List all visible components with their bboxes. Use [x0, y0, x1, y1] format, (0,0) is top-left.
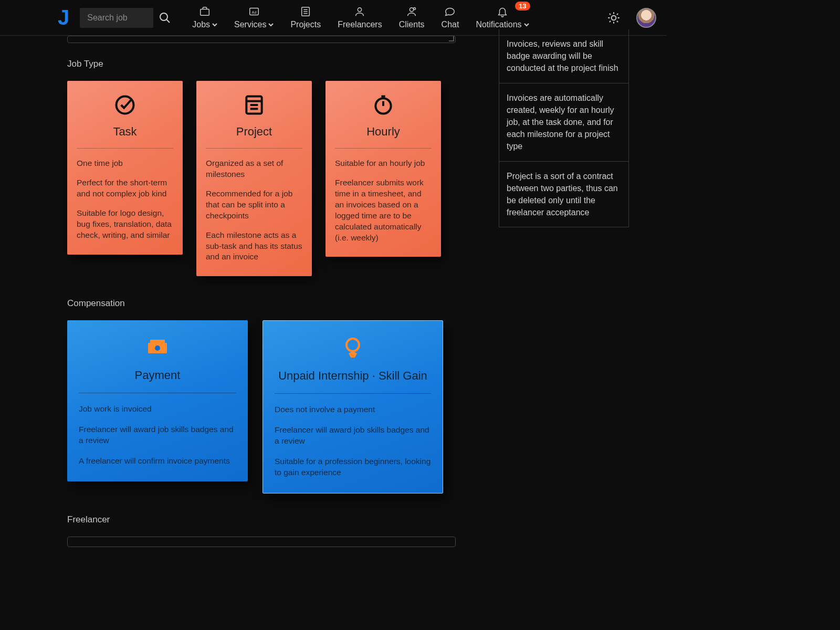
svg-point-33: [346, 339, 359, 351]
logo[interactable]: J: [58, 6, 69, 29]
card-title: Hourly: [335, 125, 432, 149]
description-textarea[interactable]: [67, 36, 456, 43]
svg-rect-2: [201, 9, 209, 15]
nav-label: Projects: [290, 20, 321, 29]
compensation-unpaid[interactable]: Unpaid Internship · Skill Gain Does not …: [262, 320, 443, 494]
nav-label: Jobs: [192, 20, 210, 29]
card-point: Does not involve a payment: [275, 404, 431, 415]
card-point: Freelancer submits work time in a timesh…: [335, 177, 432, 244]
svg-point-9: [358, 8, 362, 12]
svg-text:Ad: Ad: [251, 10, 256, 15]
card-point: Recommended for a job that can be split …: [206, 188, 302, 222]
avatar[interactable]: [636, 8, 656, 28]
card-title: Project: [206, 125, 302, 149]
bell-icon: [496, 6, 509, 17]
card-point: Freelancer will award job skills badges …: [275, 425, 431, 447]
notification-badge: 13: [515, 2, 530, 10]
compensation-label: Compensation: [67, 298, 478, 309]
right-tools: [607, 8, 656, 28]
card-point: Perfect for the short-term and not compl…: [77, 177, 173, 200]
job-type-task[interactable]: Task One time job Perfect for the short-…: [67, 81, 183, 255]
card-point: Suitable for logo design, bug fixes, tra…: [77, 208, 173, 241]
nav-jobs[interactable]: Jobs: [192, 6, 217, 29]
card-point: Suitable for an hourly job: [335, 158, 432, 169]
chevron-down-icon: [212, 22, 217, 27]
card-point: Each milestone acts as a sub-task and ha…: [206, 230, 302, 263]
nav-label: Clients: [399, 20, 425, 29]
svg-point-0: [160, 13, 167, 20]
svg-point-10: [410, 8, 413, 12]
nav-notifications[interactable]: 13 Notifications: [476, 6, 529, 29]
card-point: Job work is invoiced: [79, 404, 236, 415]
nav-label: Notifications: [476, 20, 521, 29]
svg-point-11: [414, 7, 416, 9]
svg-point-26: [375, 98, 391, 113]
tip-item: Invoices, reviews and skill badge awardi…: [499, 29, 628, 83]
tip-item: Project is a sort of a contract between …: [499, 162, 628, 227]
freelancer-select[interactable]: [67, 537, 456, 547]
nav-chat[interactable]: Chat: [442, 6, 459, 29]
compensation-payment[interactable]: Payment Job work is invoiced Freelancer …: [67, 320, 248, 481]
svg-rect-32: [150, 340, 165, 343]
search-input[interactable]: [80, 8, 153, 28]
job-type-project[interactable]: Project Organized as a set of milestones…: [196, 81, 312, 276]
job-type-cards: Task One time job Perfect for the short-…: [67, 81, 478, 276]
nav-clients[interactable]: Clients: [399, 6, 425, 29]
person-q-icon: [405, 6, 418, 17]
svg-line-20: [617, 13, 618, 14]
card-point: Organized as a set of milestones: [206, 158, 302, 180]
card-point: Freelancer will award job skills badges …: [79, 424, 236, 446]
ad-icon: Ad: [247, 6, 261, 17]
briefcase-icon: [198, 6, 212, 17]
svg-point-12: [612, 15, 616, 20]
theme-toggle-icon[interactable]: [607, 11, 621, 25]
card-point: A freelancer will confirm invoice paymen…: [79, 456, 236, 467]
card-title: Unpaid Internship · Skill Gain: [275, 369, 431, 394]
chevron-down-icon: [524, 22, 529, 27]
main-nav: Jobs Ad Services Projects: [192, 6, 529, 29]
svg-line-17: [610, 13, 611, 14]
list-icon: [299, 6, 312, 17]
award-icon: [275, 335, 431, 360]
nav-label: Freelancers: [338, 20, 382, 29]
compensation-cards: Payment Job work is invoiced Freelancer …: [67, 320, 478, 494]
nav-services[interactable]: Ad Services: [234, 6, 274, 29]
document-icon: [206, 93, 302, 117]
job-type-label: Job Type: [67, 59, 478, 69]
svg-line-1: [166, 19, 170, 23]
card-point: One time job: [77, 158, 173, 169]
card-title: Payment: [79, 369, 236, 393]
svg-line-18: [617, 20, 618, 22]
job-type-hourly[interactable]: Hourly Suitable for an hourly job Freela…: [326, 81, 441, 257]
money-icon: [79, 335, 236, 359]
chevron-down-icon: [268, 22, 274, 27]
card-point: Suitable for a profession beginners, loo…: [275, 456, 431, 478]
nav-freelancers[interactable]: Freelancers: [338, 6, 382, 29]
check-circle-icon: [77, 93, 173, 117]
person-icon: [353, 6, 366, 17]
card-title: Task: [77, 125, 173, 149]
stopwatch-icon: [335, 93, 432, 117]
freelancer-label: Freelancer: [67, 514, 478, 525]
search-icon[interactable]: [159, 12, 171, 24]
nav-label: Services: [234, 20, 266, 29]
svg-marker-34: [349, 351, 357, 358]
tip-item: Invoices are automatically created, week…: [499, 83, 628, 162]
svg-line-19: [610, 20, 611, 22]
search-wrap: [80, 8, 171, 28]
svg-point-31: [155, 345, 160, 351]
chat-icon: [443, 6, 457, 17]
nav-label: Chat: [442, 20, 459, 29]
nav-projects[interactable]: Projects: [290, 6, 321, 29]
tips-sidebar: Invoices, reviews and skill badge awardi…: [499, 29, 629, 227]
